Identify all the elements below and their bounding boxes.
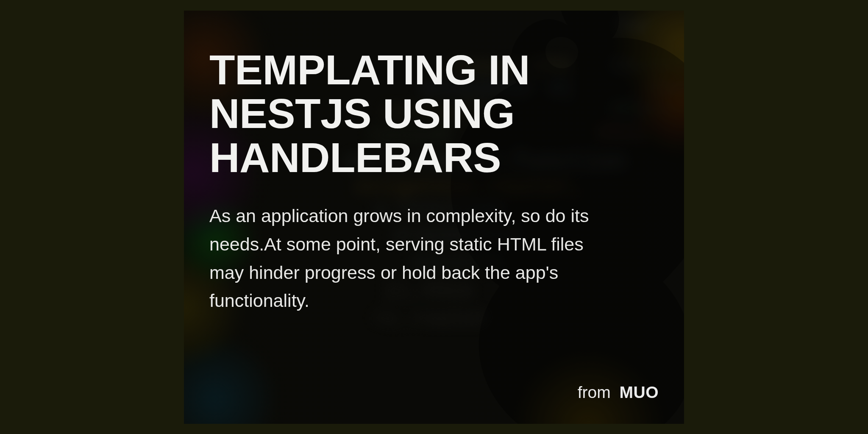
article-card: themes:CSS on(a){var d( verlay") retes0 … xyxy=(184,11,684,424)
brand-name: MUO xyxy=(620,383,659,401)
article-title: TEMPLATING IN NESTJS USING HANDLEBARS xyxy=(209,48,659,180)
from-label: from xyxy=(578,383,611,401)
article-subtitle: As an application grows in complexity, s… xyxy=(209,202,616,315)
attribution: from MUO xyxy=(578,383,659,402)
content-area: TEMPLATING IN NESTJS USING HANDLEBARS As… xyxy=(184,11,684,424)
